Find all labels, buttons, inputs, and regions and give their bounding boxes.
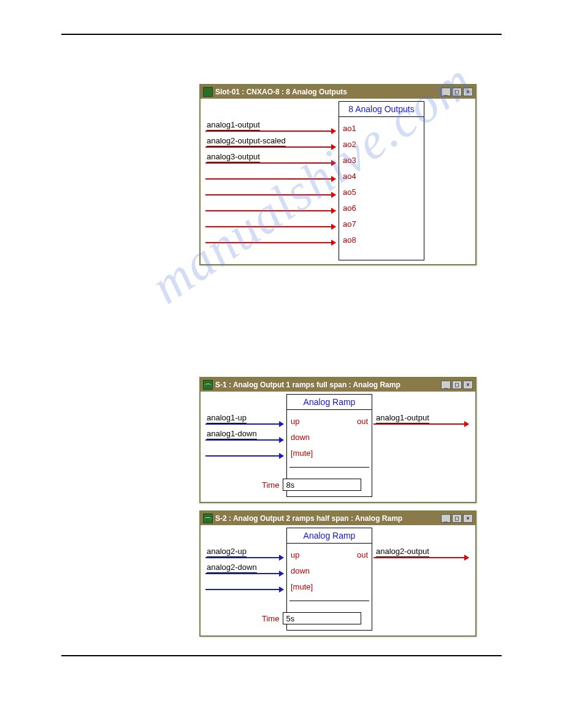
port-mute: [mute] <box>291 449 313 458</box>
wire <box>373 557 469 558</box>
window-slot01: Slot-01 : CNXAO-8 : 8 Analog Outputs _ □… <box>199 84 477 265</box>
close-button[interactable]: × <box>463 88 473 96</box>
time-row: Time 5s <box>262 612 361 624</box>
wire <box>205 194 335 195</box>
wire <box>205 226 335 227</box>
time-label: Time <box>262 614 279 623</box>
port-ao1: ao1 <box>343 124 356 133</box>
module-header: Analog Ramp <box>287 528 372 544</box>
port-ao4: ao4 <box>343 172 356 181</box>
titlebar[interactable]: Slot-01 : CNXAO-8 : 8 Analog Outputs _ □… <box>201 85 475 99</box>
minimize-button[interactable]: _ <box>441 88 451 96</box>
wire <box>205 455 283 457</box>
port-ao2: ao2 <box>343 140 356 149</box>
signal-analog2-down: analog2-down <box>207 563 257 573</box>
module-header: Analog Ramp <box>287 395 372 410</box>
signal-analog3-output: analog3-output <box>207 152 260 162</box>
module-header: 8 Analog Outputs <box>339 102 424 117</box>
window-title: Slot-01 : CNXAO-8 : 8 Analog Outputs <box>215 88 441 96</box>
maximize-button[interactable]: □ <box>452 381 462 389</box>
signal-analog1-down: analog1-down <box>207 429 257 439</box>
time-field[interactable]: 5s <box>283 612 361 624</box>
signal-analog1-output: analog1-output <box>207 120 260 131</box>
time-row: Time 8s <box>262 479 361 491</box>
wire <box>205 146 335 148</box>
app-icon <box>203 87 213 97</box>
port-mute: [mute] <box>291 582 313 591</box>
port-ao3: ao3 <box>343 156 356 165</box>
port-out: out <box>357 550 368 559</box>
wire <box>205 573 283 574</box>
port-down: down <box>291 433 310 442</box>
titlebar[interactable]: S-1 : Analog Output 1 ramps full span : … <box>201 378 475 392</box>
maximize-button[interactable]: □ <box>452 514 462 523</box>
wire <box>205 131 335 132</box>
top-rule <box>61 34 502 35</box>
signal-analog1-output: analog1-output <box>376 413 429 423</box>
port-ao7: ao7 <box>343 219 356 229</box>
module-box-analog-outputs: 8 Analog Outputs ao1 ao2 ao3 ao4 ao5 ao6… <box>339 101 424 260</box>
port-down: down <box>291 566 310 575</box>
minimize-button[interactable]: _ <box>441 381 451 389</box>
wire <box>205 210 335 211</box>
window-s2-analog-ramp: S-2 : Analog Output 2 ramps half span : … <box>199 510 477 637</box>
app-icon <box>203 514 213 523</box>
port-ao5: ao5 <box>343 188 356 197</box>
app-icon <box>203 380 213 390</box>
close-button[interactable]: × <box>463 514 473 523</box>
window-title: S-1 : Analog Output 1 ramps full span : … <box>215 381 441 389</box>
minimize-button[interactable]: _ <box>441 514 451 523</box>
port-ao8: ao8 <box>343 235 356 245</box>
document-page: Slot-01 : CNXAO-8 : 8 Analog Outputs _ □… <box>0 0 563 728</box>
wire <box>373 423 469 425</box>
signal-analog2-output-scaled: analog2-output-scaled <box>207 136 286 146</box>
wire <box>205 178 335 180</box>
maximize-button[interactable]: □ <box>452 88 462 96</box>
wire <box>205 162 335 164</box>
wire <box>205 423 283 425</box>
port-up: up <box>291 417 299 426</box>
port-ao6: ao6 <box>343 203 356 213</box>
wire <box>205 589 283 590</box>
window-s1-analog-ramp: S-1 : Analog Output 1 ramps full span : … <box>199 377 477 503</box>
port-out: out <box>357 417 368 426</box>
signal-analog1-up: analog1-up <box>207 413 247 423</box>
close-button[interactable]: × <box>463 381 473 389</box>
time-label: Time <box>262 480 279 490</box>
wire <box>205 439 283 441</box>
signal-analog2-output: analog2-output <box>376 547 429 557</box>
titlebar[interactable]: S-2 : Analog Output 2 ramps half span : … <box>201 512 475 525</box>
window-title: S-2 : Analog Output 2 ramps half span : … <box>215 514 441 523</box>
signal-analog2-up: analog2-up <box>207 547 247 557</box>
bottom-rule <box>61 655 502 656</box>
time-field[interactable]: 8s <box>283 479 361 491</box>
wire <box>205 557 283 558</box>
port-up: up <box>291 550 299 559</box>
wire <box>205 242 335 243</box>
